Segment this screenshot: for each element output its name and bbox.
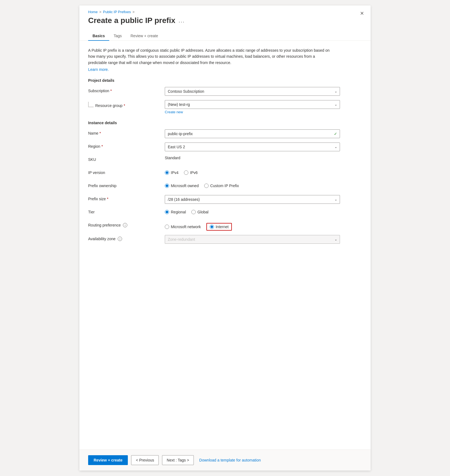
ipv4-label: IPv4: [171, 170, 178, 175]
learn-more-link[interactable]: Learn more.: [88, 67, 109, 72]
previous-button[interactable]: < Previous: [131, 455, 159, 465]
name-input[interactable]: [165, 129, 340, 138]
custom-ip-prefix-option[interactable]: Custom IP Prefix: [204, 184, 239, 188]
regional-radio[interactable]: [165, 210, 169, 214]
tab-bar: Basics Tags Review + create: [79, 25, 371, 41]
breadcrumb-home[interactable]: Home: [88, 10, 98, 14]
review-create-button[interactable]: Review + create: [88, 455, 128, 465]
microsoft-owned-radio[interactable]: [165, 184, 169, 188]
tier-radio-group: Regional Global: [165, 208, 340, 214]
download-template-link[interactable]: Download a template for automation: [199, 458, 261, 462]
resource-group-select-wrapper: (New) test-rg ⌄: [165, 100, 340, 109]
internet-option[interactable]: Internet: [210, 225, 229, 229]
availability-zone-row: Availability zone i Zone-redundant ⌄: [88, 235, 362, 244]
routing-preference-info-icon[interactable]: i: [123, 223, 127, 227]
internet-radio[interactable]: [210, 225, 214, 229]
custom-ip-prefix-radio[interactable]: [204, 184, 209, 188]
region-select[interactable]: East US 2: [165, 143, 340, 151]
name-check-icon: ✓: [334, 132, 337, 136]
subscription-select[interactable]: Contoso Subscription: [165, 87, 340, 96]
resource-group-label-wrapper: Resource group *: [88, 100, 165, 108]
sku-row: SKU Standard: [88, 156, 362, 164]
availability-zone-select: Zone-redundant: [165, 235, 340, 244]
global-label: Global: [197, 210, 208, 214]
ipv6-label: IPv6: [190, 170, 198, 175]
global-option[interactable]: Global: [191, 210, 208, 214]
microsoft-network-label: Microsoft network: [171, 225, 201, 229]
microsoft-network-option[interactable]: Microsoft network: [165, 225, 201, 229]
name-required: *: [99, 131, 101, 135]
ip-version-label: IP version: [88, 169, 165, 175]
tab-tags[interactable]: Tags: [109, 31, 126, 41]
regional-option[interactable]: Regional: [165, 210, 186, 214]
routing-preference-label: Routing preference i: [88, 221, 165, 227]
internet-highlight-box: Internet: [206, 223, 232, 231]
main-panel: Home > Public IP Prefixes > Create a pub…: [79, 5, 371, 471]
breadcrumb: Home > Public IP Prefixes >: [79, 5, 371, 14]
ip-version-row: IP version IPv4 IPv6: [88, 169, 362, 178]
breadcrumb-prefixes[interactable]: Public IP Prefixes: [103, 10, 131, 14]
subscription-control: Contoso Subscription ⌄: [165, 87, 340, 96]
microsoft-owned-option[interactable]: Microsoft owned: [165, 184, 199, 188]
subscription-label: Subscription *: [88, 87, 165, 93]
global-radio[interactable]: [191, 210, 196, 214]
close-button[interactable]: ✕: [360, 11, 364, 16]
name-control: ✓: [165, 129, 340, 138]
sku-value: Standard: [165, 154, 180, 160]
resource-group-select[interactable]: (New) test-rg: [165, 100, 340, 109]
resource-group-control: (New) test-rg ⌄ Create new: [165, 100, 340, 114]
ip-version-control: IPv4 IPv6: [165, 169, 340, 175]
tab-basics[interactable]: Basics: [88, 31, 109, 41]
prefix-size-required: *: [107, 197, 108, 201]
ipv4-radio[interactable]: [165, 170, 169, 175]
name-label: Name *: [88, 129, 165, 135]
microsoft-owned-label: Microsoft owned: [171, 184, 199, 188]
prefix-size-select[interactable]: /28 (16 addresses): [165, 195, 340, 204]
more-options-icon[interactable]: ...: [179, 18, 185, 24]
prefix-size-row: Prefix size * /28 (16 addresses) ⌄: [88, 195, 362, 204]
ip-version-radio-group: IPv4 IPv6: [165, 169, 340, 175]
availability-zone-label: Availability zone i: [88, 235, 165, 241]
resource-group-required: *: [124, 103, 125, 108]
ipv6-option[interactable]: IPv6: [184, 170, 198, 175]
prefix-ownership-radio-group: Microsoft owned Custom IP Prefix: [165, 182, 340, 188]
tier-label: Tier: [88, 208, 165, 214]
subscription-required: *: [110, 89, 112, 93]
instance-details-title: Instance details: [88, 121, 362, 125]
region-row: Region * East US 2 ⌄: [88, 143, 362, 151]
description-text: A Public IP prefix is a range of contigu…: [88, 47, 334, 66]
page-header: Create a public IP prefix ...: [79, 14, 371, 25]
resource-group-label: Resource group *: [95, 102, 172, 108]
form-content: A Public IP prefix is a range of contigu…: [79, 41, 371, 449]
create-new-link[interactable]: Create new: [165, 110, 183, 114]
next-button[interactable]: Next : Tags >: [162, 455, 194, 465]
ipv4-option[interactable]: IPv4: [165, 170, 178, 175]
routing-preference-control: Microsoft network Internet: [165, 221, 340, 231]
resource-group-row: Resource group * (New) test-rg ⌄ Create …: [88, 100, 362, 114]
breadcrumb-sep2: >: [132, 10, 135, 14]
ipv6-radio[interactable]: [184, 170, 188, 175]
prefix-size-label: Prefix size *: [88, 195, 165, 201]
regional-label: Regional: [171, 210, 186, 214]
prefix-ownership-label: Prefix ownership: [88, 182, 165, 188]
routing-preference-row: Routing preference i Microsoft network I…: [88, 221, 362, 231]
project-details-title: Project details: [88, 78, 362, 83]
availability-zone-info-icon[interactable]: i: [118, 237, 122, 241]
name-row: Name * ✓: [88, 129, 362, 138]
custom-ip-prefix-label: Custom IP Prefix: [210, 184, 239, 188]
tier-control: Regional Global: [165, 208, 340, 214]
tab-review-create[interactable]: Review + create: [126, 31, 163, 41]
breadcrumb-sep1: >: [99, 10, 102, 14]
page-title: Create a public IP prefix: [88, 16, 175, 25]
microsoft-network-radio[interactable]: [165, 225, 169, 229]
subscription-row: Subscription * Contoso Subscription ⌄: [88, 87, 362, 96]
sku-label: SKU: [88, 156, 165, 162]
resource-group-indent: [88, 102, 94, 107]
internet-label: Internet: [216, 225, 229, 229]
prefix-ownership-row: Prefix ownership Microsoft owned Custom …: [88, 182, 362, 191]
prefix-size-control: /28 (16 addresses) ⌄: [165, 195, 340, 204]
availability-zone-control: Zone-redundant ⌄: [165, 235, 340, 244]
footer: Review + create < Previous Next : Tags >…: [79, 449, 371, 471]
sku-control: Standard: [165, 156, 340, 160]
prefix-ownership-control: Microsoft owned Custom IP Prefix: [165, 182, 340, 188]
